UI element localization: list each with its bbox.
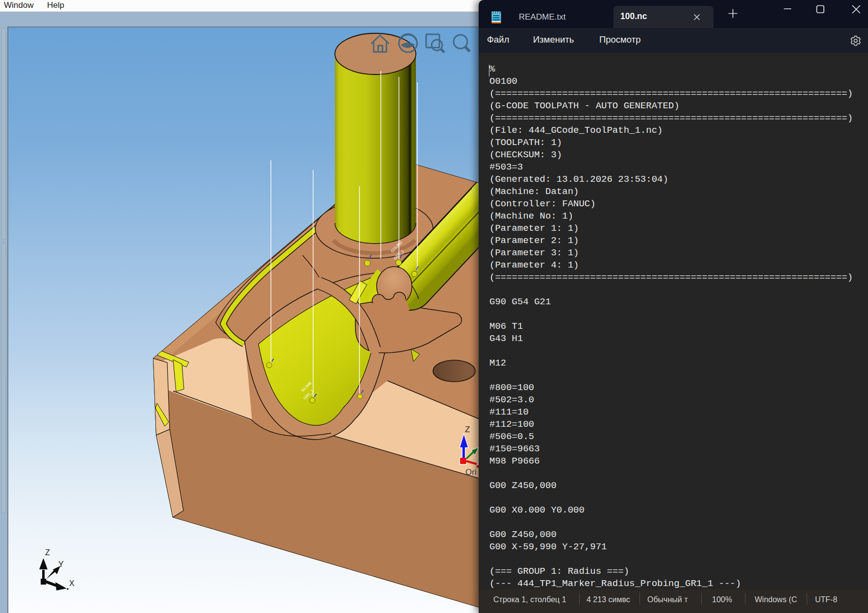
svg-text:Z: Z — [45, 548, 50, 557]
svg-text:X: X — [69, 579, 75, 588]
svg-text:Z: Z — [465, 425, 470, 434]
svg-text:Ori: Ori — [465, 467, 477, 477]
svg-text:Y: Y — [58, 560, 64, 568]
